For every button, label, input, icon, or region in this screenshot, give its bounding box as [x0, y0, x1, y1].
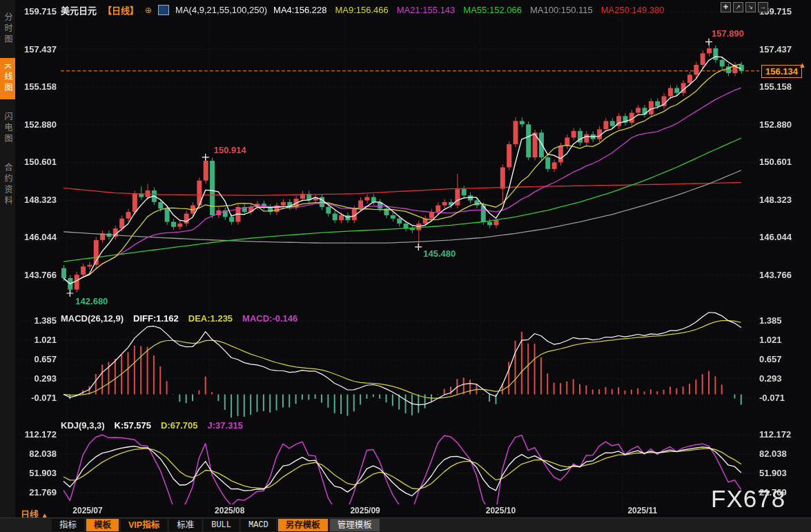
sidebar-tab-contract-info[interactable]: 合约资料: [0, 157, 15, 213]
page-shift-icon[interactable]: →: [758, 2, 768, 12]
main-y-label-left: 159.715: [24, 6, 57, 17]
add-indicator-icon[interactable]: ⊕: [145, 6, 152, 15]
zoom-out-icon[interactable]: ↘: [745, 2, 756, 12]
ma-value-1: MA9:156.466: [335, 5, 388, 15]
macd-y-label-left: 0.657: [34, 354, 57, 364]
ma-indicator-icon[interactable]: [158, 5, 169, 15]
main-y-label-left: 146.044: [24, 232, 57, 242]
price-chart-canvas[interactable]: [0, 0, 811, 532]
main-y-label-right: 152.880: [759, 119, 792, 130]
toolbar-vip-indicators-button[interactable]: VIP指标: [121, 519, 167, 531]
macd-y-label-right: 1.021: [759, 335, 782, 345]
main-y-label-left: 157.437: [24, 44, 57, 55]
sidebar-tab-timeshare[interactable]: 分时图: [0, 7, 15, 51]
kdj-title: KDJ(9,3,3): [61, 420, 105, 431]
toolbar-indicators-button[interactable]: 指标: [52, 519, 84, 531]
macd-title: MACD(26,12,9): [61, 313, 124, 324]
chart-tool-icons: ✚ ↗ ↘ →: [721, 2, 768, 12]
main-y-label-right: 155.158: [759, 81, 792, 92]
kdj-y-label-left: 112.172: [25, 429, 57, 440]
kdj-y-label-right: 112.172: [759, 429, 791, 440]
macd-y-label-right: 0.293: [759, 373, 782, 384]
macd-y-label-right: 1.385: [759, 315, 782, 326]
price-annotation: 145.480: [423, 248, 456, 259]
current-price-badge: 156.134: [761, 65, 802, 78]
kdj-d-value: D:67.705: [161, 420, 197, 431]
kdj-j-value: J:37.315: [208, 420, 243, 431]
price-annotation: 150.914: [214, 145, 246, 155]
main-y-label-left: 143.766: [24, 270, 57, 280]
zoom-in-icon[interactable]: ↗: [733, 2, 743, 12]
kdj-y-label-left: 82.038: [29, 449, 57, 459]
main-y-label-left: 155.158: [24, 81, 57, 92]
price-annotation: 142.680: [75, 296, 108, 306]
symbol-title: 美元日元: [61, 3, 97, 17]
main-y-label-left: 150.601: [24, 157, 57, 167]
toolbar-manage-templates-button[interactable]: 管理模板: [330, 519, 380, 531]
toolbar-template-button[interactable]: 模板: [86, 519, 119, 531]
sidebar-tab-lightning[interactable]: 闪电图: [0, 106, 15, 150]
macd-y-label-left: 0.293: [34, 373, 57, 384]
macd-y-label-right: 0.657: [759, 354, 782, 364]
main-y-label-right: 143.766: [759, 270, 792, 280]
main-y-label-right: 157.437: [759, 44, 792, 55]
x-axis-month-label: 2025/11: [627, 506, 657, 515]
toolbar-bull-button[interactable]: BULL: [204, 519, 239, 531]
kdj-panel-header: KDJ(9,3,3) K:57.575 D:67.705 J:37.315: [61, 420, 243, 431]
period-tag[interactable]: 【日线】: [103, 3, 139, 17]
chart-type-sidebar: 分时图 K线图 闪电图 合约资料: [0, 0, 15, 532]
price-up-arrow-icon: ▲: [799, 61, 806, 69]
ma-value-5: MA250:149.380: [601, 5, 665, 15]
x-axis-month-label: 2025/10: [486, 506, 516, 515]
macd-diff-value: DIFF:1.162: [133, 313, 179, 324]
kdj-y-label-right: 82.038: [759, 449, 787, 459]
ma-value-0: MA4:156.228: [273, 5, 326, 15]
x-axis-month-label: 2025/09: [350, 506, 380, 515]
toolbar-macd-button[interactable]: MACD: [241, 519, 276, 531]
kdj-y-label-left: 21.769: [29, 487, 57, 497]
kdj-k-value: K:57.575: [115, 420, 151, 431]
ma-settings-label: MA(4,9,21,55,100,250): [175, 5, 267, 15]
x-axis-month-label: 2025/08: [215, 506, 244, 515]
main-y-label-right: 148.323: [759, 195, 792, 205]
ma-value-3: MA55:152.066: [463, 5, 522, 15]
macd-panel-header: MACD(26,12,9) DIFF:1.162 DEA:1.235 MACD:…: [61, 313, 297, 324]
pan-icon[interactable]: ✚: [721, 2, 731, 12]
toolbar-save-template-button[interactable]: 另存模板: [278, 519, 328, 531]
main-y-label-right: 150.601: [759, 157, 792, 167]
kdj-y-label-right: 51.903: [759, 468, 787, 478]
macd-y-label-left: 1.385: [34, 315, 57, 326]
bottom-toolbar: 指标 模板 VIP指标 标准 BULL MACD 另存模板 管理模板: [0, 518, 811, 532]
macd-dea-value: DEA:1.235: [188, 313, 233, 324]
trading-app: 分时图 K线图 闪电图 合约资料 美元日元 【日线】 ⊕ MA(4,9,21,5…: [0, 0, 811, 532]
main-y-label-right: 146.044: [759, 232, 792, 242]
macd-y-label-left: 1.021: [34, 335, 57, 345]
ma-values: MA4:156.228MA9:156.466MA21:155.143MA55:1…: [273, 5, 664, 15]
macd-value: MACD:-0.146: [242, 313, 297, 324]
chart-header: 美元日元 【日线】 ⊕ MA(4,9,21,55,100,250) MA4:15…: [61, 3, 665, 17]
ma-value-2: MA21:155.143: [397, 5, 456, 15]
ma-value-4: MA100:150.115: [530, 5, 593, 15]
kdj-y-label-left: 51.903: [29, 468, 57, 478]
main-y-label-left: 152.880: [24, 119, 57, 130]
macd-y-label-right: -0.071: [759, 393, 785, 403]
macd-y-label-left: -0.071: [31, 393, 57, 403]
x-axis-month-label: 2025/07: [72, 506, 102, 515]
sidebar-tab-kline[interactable]: K线图: [0, 58, 15, 99]
kdj-y-label-right: 21.769: [759, 487, 787, 497]
price-annotation: 157.890: [712, 28, 744, 39]
main-y-label-left: 148.323: [24, 195, 57, 205]
toolbar-standard-button[interactable]: 标准: [169, 519, 202, 531]
